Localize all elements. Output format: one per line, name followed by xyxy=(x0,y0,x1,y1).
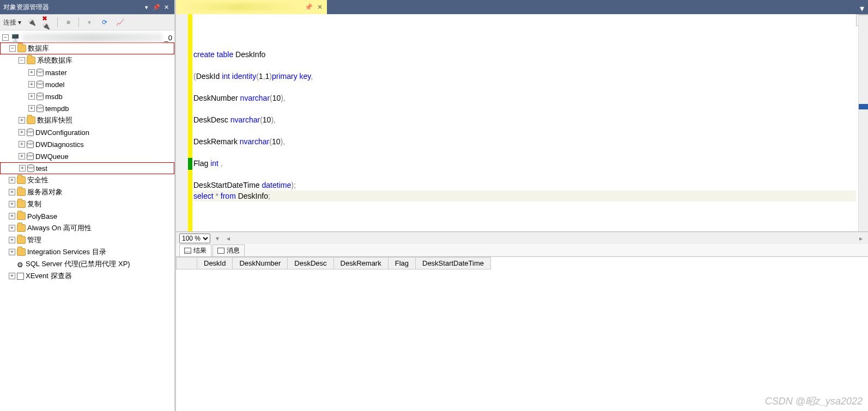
code-area[interactable]: − create table DeskInfo (DeskId int iden… xyxy=(192,14,858,231)
expand-icon[interactable]: + xyxy=(19,165,26,171)
expand-icon[interactable]: + xyxy=(28,81,35,88)
tree-node-dwqueue[interactable]: +DWQueue xyxy=(0,150,174,162)
editor-scrollbar[interactable] xyxy=(858,14,868,231)
expand-icon[interactable]: + xyxy=(9,249,15,255)
activity-monitor-icon[interactable]: 📈 xyxy=(115,17,125,27)
expand-icon[interactable]: + xyxy=(28,93,35,100)
zoom-select[interactable]: 100 % xyxy=(179,234,210,243)
hscroll-left-icon[interactable]: ◂ xyxy=(224,235,232,242)
tab-overflow-icon[interactable]: ▾ xyxy=(856,2,868,14)
column-header[interactable]: DeskNumber xyxy=(233,257,288,269)
column-header[interactable]: DeskRemark xyxy=(333,257,388,269)
sql-editor[interactable]: − create table DeskInfo (DeskId int iden… xyxy=(176,14,868,232)
column-header[interactable]: DeskStartDateTime xyxy=(416,257,491,269)
tree-node-alwayson[interactable]: +Always On 高可用性 xyxy=(0,222,174,234)
code-line[interactable]: DeskDesc nvarchar(10), xyxy=(193,114,856,125)
code-line[interactable]: create table DeskInfo xyxy=(193,49,856,60)
tree-node-polybase[interactable]: +PolyBase xyxy=(0,210,174,222)
hscroll-right-icon[interactable]: ▸ xyxy=(857,235,865,242)
code-line[interactable] xyxy=(193,169,856,180)
expand-icon[interactable]: + xyxy=(19,129,25,136)
expand-icon[interactable]: + xyxy=(19,153,25,160)
expand-icon[interactable]: + xyxy=(9,201,15,207)
row-header-blank xyxy=(177,257,197,269)
messages-tab[interactable]: 消息 xyxy=(213,244,245,256)
collapse-icon[interactable]: − xyxy=(9,45,16,52)
code-line[interactable]: Flag int , xyxy=(193,158,856,169)
connect-dropdown[interactable]: 连接 ▾ xyxy=(3,18,21,27)
tab-close-icon[interactable]: ✕ xyxy=(317,3,323,11)
code-line[interactable]: DeskStartDateTime datetime); xyxy=(193,180,856,191)
code-line[interactable] xyxy=(193,125,856,136)
expand-icon[interactable]: + xyxy=(19,141,25,148)
tree-node-replication[interactable]: +复制 xyxy=(0,198,174,210)
messages-icon xyxy=(217,248,224,254)
code-line[interactable]: DeskNumber nvarchar(10), xyxy=(193,93,856,103)
code-line[interactable]: DeskRemark nvarchar(10), xyxy=(193,136,856,147)
code-line[interactable]: select * from DeskInfo; xyxy=(193,191,856,201)
expand-icon[interactable]: + xyxy=(9,237,15,243)
code-line[interactable] xyxy=(193,147,856,158)
collapse-icon[interactable]: − xyxy=(19,57,25,64)
tree-node-int_services[interactable]: +Integration Services 目录 xyxy=(0,246,174,258)
tree-node-security[interactable]: +安全性 xyxy=(0,174,174,186)
tree-label: DWConfiguration xyxy=(35,128,89,137)
tree-node-db_root[interactable]: −数据库 xyxy=(0,42,174,54)
server-name-blurred xyxy=(22,33,162,42)
tree-label: DWDiagnostics xyxy=(35,140,84,149)
tree-node-dwdiag[interactable]: +DWDiagnostics xyxy=(0,138,174,150)
panel-dropdown-icon[interactable]: ▾ xyxy=(142,2,151,12)
tree-node-sqlagent[interactable]: ⚙SQL Server 代理(已禁用代理 XP) xyxy=(0,258,174,270)
expand-icon[interactable]: + xyxy=(9,213,15,219)
panel-pin-icon[interactable]: 📌 xyxy=(151,2,161,12)
panel-close-icon[interactable]: ✕ xyxy=(161,2,171,12)
tree-node-test[interactable]: +test xyxy=(0,162,174,174)
folder-icon xyxy=(17,188,26,196)
filter-icon[interactable]: ▾ xyxy=(84,17,94,27)
tree-node-model[interactable]: +model xyxy=(0,78,174,90)
expand-icon[interactable]: + xyxy=(9,177,15,183)
tree-node-serverobj[interactable]: +服务器对象 xyxy=(0,186,174,198)
refresh-icon[interactable]: ⟳ xyxy=(100,17,110,27)
expand-icon[interactable]: + xyxy=(19,117,25,124)
connect-icon[interactable]: 🔌 xyxy=(27,17,37,27)
code-line[interactable]: (DeskId int identity(1,1)primary key, xyxy=(193,71,856,82)
stop-icon[interactable]: ■ xyxy=(63,17,73,27)
database-icon xyxy=(37,93,44,100)
server-node[interactable]: − 🖥️ _0 xyxy=(0,33,174,42)
database-icon xyxy=(37,105,44,112)
object-explorer-tree[interactable]: − 🖥️ _0 −数据库−系统数据库+master+model+msdb+tem… xyxy=(0,30,174,411)
collapse-icon[interactable]: − xyxy=(2,34,9,41)
tree-node-msdb[interactable]: +msdb xyxy=(0,90,174,102)
code-line[interactable] xyxy=(193,103,856,114)
tree-node-sysdb[interactable]: −系统数据库 xyxy=(0,54,174,66)
tab-pin-icon[interactable]: 📌 xyxy=(305,3,313,11)
folder-icon xyxy=(17,224,26,232)
results-grid[interactable]: DeskIdDeskNumberDeskDescDeskRemarkFlagDe… xyxy=(176,257,868,411)
expand-icon[interactable]: + xyxy=(9,189,15,195)
tree-node-db_snapshot[interactable]: +数据库快照 xyxy=(0,114,174,126)
object-explorer-toolbar: 连接 ▾ 🔌 ✖🔌 ■ ▾ ⟳ 📈 xyxy=(0,14,174,30)
query-tab-active[interactable]: 📌 ✕ xyxy=(176,0,327,14)
folder-icon xyxy=(17,200,26,208)
disconnect-icon[interactable]: ✖🔌 xyxy=(42,17,52,27)
editor-status-bar: 100 % ▾ ◂ ▸ xyxy=(176,232,868,244)
tree-node-xevent[interactable]: +XEvent 探查器 xyxy=(0,270,174,282)
blank-toggle xyxy=(9,261,15,267)
code-line[interactable] xyxy=(193,82,856,93)
tree-label: XEvent 探查器 xyxy=(26,271,72,281)
column-header[interactable]: Flag xyxy=(388,257,415,269)
column-header[interactable]: DeskDesc xyxy=(288,257,333,269)
code-line[interactable] xyxy=(193,60,856,71)
zoom-down-icon[interactable]: ▾ xyxy=(214,235,221,242)
expand-icon[interactable]: + xyxy=(9,225,15,231)
results-tab[interactable]: 结果 xyxy=(179,244,211,256)
tree-node-dwconfig[interactable]: +DWConfiguration xyxy=(0,126,174,138)
tree-node-tempdb[interactable]: +tempdb xyxy=(0,102,174,114)
expand-icon[interactable]: + xyxy=(28,105,35,112)
expand-icon[interactable]: + xyxy=(9,273,15,279)
tree-node-management[interactable]: +管理 xyxy=(0,234,174,246)
tree-node-master[interactable]: +master xyxy=(0,66,174,78)
expand-icon[interactable]: + xyxy=(28,69,35,76)
column-header[interactable]: DeskId xyxy=(197,257,233,269)
